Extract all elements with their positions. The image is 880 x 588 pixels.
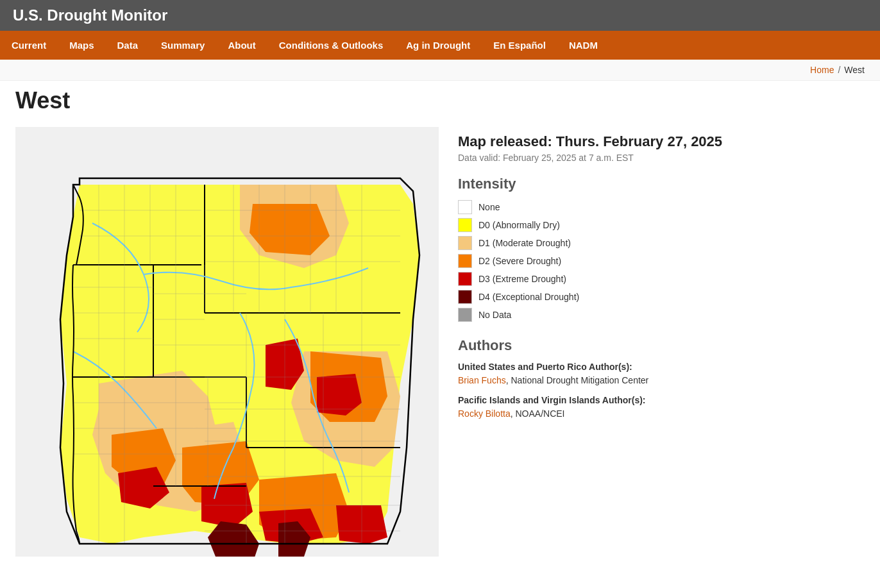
- main-nav: Current Maps Data Summary About Conditio…: [0, 31, 880, 60]
- legend-label-d0: D0 (Abnormally Dry): [478, 220, 560, 230]
- legend-swatch-none: [458, 200, 472, 214]
- author-pacific-line: Rocky Bilotta, NOAA/NCEI: [458, 408, 865, 419]
- page-title: West: [0, 81, 880, 114]
- map-release-date: Map released: Thurs. February 27, 2025: [458, 133, 865, 150]
- author-us-affiliation: , National Drought Mitigation Center: [506, 375, 649, 385]
- breadcrumb-separator: /: [838, 65, 840, 75]
- legend-swatch-d0: [458, 218, 472, 232]
- legend-label-none: None: [478, 202, 500, 212]
- legend-item-d2: D2 (Severe Drought): [458, 254, 865, 268]
- author-us-line: Brian Fuchs, National Drought Mitigation…: [458, 374, 865, 386]
- legend-title: Intensity: [458, 176, 865, 192]
- legend-swatch-d4: [458, 290, 472, 304]
- legend-swatch-d2: [458, 254, 472, 268]
- nav-en-espanol[interactable]: En Español: [482, 31, 557, 60]
- legend-label-nodata: No Data: [478, 310, 511, 320]
- breadcrumb-current: West: [844, 65, 865, 75]
- legend-item-none: None: [458, 200, 865, 214]
- page-content: Map released: Thurs. February 27, 2025 D…: [0, 114, 880, 572]
- breadcrumb-home[interactable]: Home: [810, 65, 834, 75]
- legend-label-d3: D3 (Extreme Drought): [478, 274, 566, 284]
- nav-nadm[interactable]: NADM: [557, 31, 609, 60]
- nav-ag-in-drought[interactable]: Ag in Drought: [394, 31, 482, 60]
- legend-swatch-nodata: [458, 308, 472, 322]
- legend-label-d2: D2 (Severe Drought): [478, 256, 561, 266]
- nav-data[interactable]: Data: [106, 31, 150, 60]
- legend-label-d4: D4 (Exceptional Drought): [478, 292, 579, 302]
- nav-about[interactable]: About: [216, 31, 267, 60]
- site-title: U.S. Drought Monitor: [13, 6, 167, 24]
- nav-current[interactable]: Current: [0, 31, 58, 60]
- author-group-pacific: Pacific Islands and Virgin Islands Autho…: [458, 395, 865, 419]
- legend-item-d1: D1 (Moderate Drought): [458, 236, 865, 250]
- author-group-pacific-title: Pacific Islands and Virgin Islands Autho…: [458, 395, 865, 405]
- legend-label-d1: D1 (Moderate Drought): [478, 238, 571, 248]
- site-header: U.S. Drought Monitor: [0, 0, 880, 31]
- legend-item-d0: D0 (Abnormally Dry): [458, 218, 865, 232]
- breadcrumb: Home / West: [0, 60, 880, 81]
- nav-summary[interactable]: Summary: [149, 31, 216, 60]
- author-us-name[interactable]: Brian Fuchs: [458, 375, 506, 385]
- drought-map: [15, 127, 439, 557]
- sidebar: Map released: Thurs. February 27, 2025 D…: [458, 127, 865, 559]
- author-group-us-title: United States and Puerto Rico Author(s):: [458, 362, 865, 372]
- nav-maps[interactable]: Maps: [58, 31, 105, 60]
- legend-item-d3: D3 (Extreme Drought): [458, 272, 865, 286]
- nav-conditions-outlooks[interactable]: Conditions & Outlooks: [267, 31, 395, 60]
- author-pacific-affiliation: , NOAA/NCEI: [511, 408, 565, 419]
- legend-item-nodata: No Data: [458, 308, 865, 322]
- legend-item-d4: D4 (Exceptional Drought): [458, 290, 865, 304]
- map-container: [15, 127, 439, 559]
- legend-swatch-d1: [458, 236, 472, 250]
- authors-title: Authors: [458, 337, 865, 354]
- author-pacific-name[interactable]: Rocky Bilotta: [458, 408, 511, 419]
- authors-section: Authors United States and Puerto Rico Au…: [458, 337, 865, 419]
- author-group-us: United States and Puerto Rico Author(s):…: [458, 362, 865, 386]
- legend: Intensity None D0 (Abnormally Dry) D1 (M…: [458, 176, 865, 322]
- legend-swatch-d3: [458, 272, 472, 286]
- data-valid: Data valid: February 25, 2025 at 7 a.m. …: [458, 153, 865, 163]
